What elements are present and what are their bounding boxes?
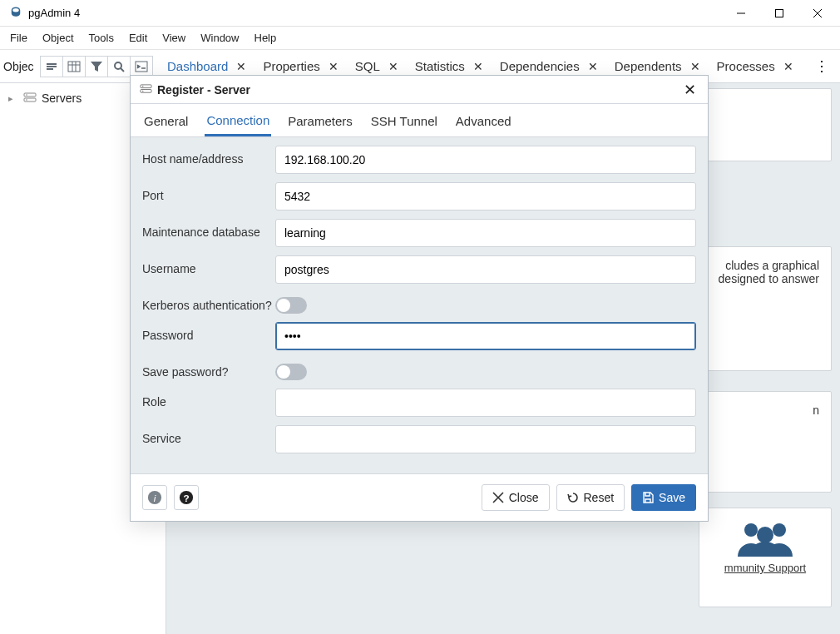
window-title: pgAdmin 4: [28, 7, 722, 19]
host-input[interactable]: [275, 146, 696, 174]
minimize-button[interactable]: [722, 0, 760, 27]
dialog-header: Register - Server ✕: [131, 76, 708, 104]
svg-point-6: [26, 94, 27, 96]
tab-close-icon[interactable]: ✕: [385, 60, 402, 73]
dtab-general[interactable]: General: [142, 106, 190, 135]
svg-rect-11: [140, 85, 151, 88]
dialog-title: Register - Server: [157, 83, 680, 97]
search-button[interactable]: [107, 56, 131, 77]
username-label: Username: [142, 255, 275, 275]
maximize-button[interactable]: [760, 0, 798, 27]
menu-tools[interactable]: Tools: [82, 28, 121, 47]
svg-text:i: i: [154, 493, 156, 503]
tab-label: Dashboard: [167, 59, 228, 73]
close-button-label: Close: [509, 491, 539, 504]
tab-close-icon[interactable]: ✕: [470, 60, 487, 73]
password-label: Password: [142, 322, 275, 342]
tab-label: Dependencies: [500, 59, 580, 73]
kerberos-toggle[interactable]: [275, 297, 307, 314]
window-titlebar: pgAdmin 4: [0, 0, 840, 27]
object-toolbar: [40, 56, 152, 77]
dialog-close-button[interactable]: ✕: [680, 77, 699, 102]
tab-close-icon[interactable]: ✕: [325, 60, 342, 73]
kerberos-label: Kerberos authentication?: [142, 292, 275, 312]
tab-label: SQL: [355, 59, 380, 73]
reset-button-label: Reset: [584, 491, 615, 504]
dtab-sshtunnel[interactable]: SSH Tunnel: [369, 106, 439, 135]
close-window-button[interactable]: [798, 0, 837, 27]
username-input[interactable]: [275, 255, 696, 284]
dtab-connection[interactable]: Connection: [205, 106, 271, 136]
svg-point-8: [744, 523, 758, 537]
psql-button[interactable]: [130, 56, 153, 77]
menu-file[interactable]: File: [3, 28, 34, 47]
menu-bar: File Object Tools Edit View Window Help: [0, 27, 840, 50]
tab-label: Properties: [263, 59, 319, 73]
db-input[interactable]: [275, 219, 696, 247]
menu-edit[interactable]: Edit: [122, 28, 154, 47]
service-label: Service: [142, 425, 275, 445]
reset-icon: [567, 492, 579, 503]
menu-view[interactable]: View: [156, 28, 192, 47]
svg-point-2: [115, 62, 121, 69]
svg-point-13: [142, 86, 144, 87]
svg-rect-5: [24, 98, 36, 102]
support-link[interactable]: mmunity Support: [711, 562, 819, 574]
password-input[interactable]: [275, 322, 696, 350]
svg-rect-4: [24, 93, 36, 97]
tab-label: Dependents: [615, 59, 682, 73]
chevron-right-icon: ▸: [8, 93, 18, 104]
reset-button[interactable]: Reset: [556, 484, 625, 511]
svg-point-7: [26, 99, 27, 101]
svg-rect-1: [68, 62, 80, 72]
info-icon-button[interactable]: i: [142, 485, 167, 510]
tab-label: Processes: [717, 59, 775, 73]
dtab-advanced[interactable]: Advanced: [454, 106, 513, 135]
query-tool-button[interactable]: [40, 56, 63, 77]
savepw-toggle[interactable]: [275, 364, 307, 380]
tab-overflow-button[interactable]: ⋯: [813, 59, 832, 74]
save-button[interactable]: Save: [631, 484, 696, 511]
save-button-label: Save: [659, 491, 685, 504]
dialog-footer: i ? Close Reset Save: [131, 473, 708, 521]
menu-window[interactable]: Window: [194, 28, 245, 47]
tab-label: Statistics: [415, 59, 465, 73]
role-input[interactable]: [275, 389, 696, 417]
close-icon: [492, 492, 504, 503]
dtab-parameters[interactable]: Parameters: [286, 106, 354, 135]
server-icon: [139, 83, 152, 97]
view-data-button[interactable]: [62, 56, 86, 77]
tab-close-icon[interactable]: ✕: [585, 60, 601, 73]
dialog-body: Host name/address Port Maintenance datab…: [131, 137, 708, 473]
dialog-tabs: General Connection Parameters SSH Tunnel…: [131, 104, 708, 137]
tree-node-label: Servers: [42, 92, 82, 105]
menu-help[interactable]: Help: [248, 28, 284, 47]
svg-point-10: [757, 527, 773, 543]
savepw-label: Save password?: [142, 359, 275, 379]
filter-button[interactable]: [85, 56, 108, 77]
object-panel-label: Objec: [3, 60, 40, 73]
servers-icon: [23, 92, 37, 105]
app-icon: [8, 6, 23, 21]
help-icon-button[interactable]: ?: [174, 485, 199, 510]
role-label: Role: [142, 389, 275, 409]
svg-rect-0: [776, 9, 783, 17]
port-label: Port: [142, 182, 275, 202]
svg-text:?: ?: [183, 493, 189, 503]
save-icon: [642, 492, 654, 503]
host-label: Host name/address: [142, 146, 275, 166]
tab-close-icon[interactable]: ✕: [687, 60, 704, 73]
tab-processes[interactable]: Processes✕: [715, 54, 798, 78]
support-card[interactable]: mmunity Support: [699, 508, 832, 607]
info-text: cludes a graphical designed to answer: [719, 259, 819, 285]
tab-close-icon[interactable]: ✕: [780, 60, 797, 73]
register-server-dialog: Register - Server ✕ General Connection P…: [130, 75, 709, 522]
close-button[interactable]: Close: [482, 484, 550, 511]
community-icon: [711, 520, 819, 557]
port-input[interactable]: [275, 182, 696, 211]
tab-close-icon[interactable]: ✕: [233, 60, 250, 73]
menu-object[interactable]: Object: [36, 28, 81, 47]
svg-point-9: [773, 523, 786, 537]
db-label: Maintenance database: [142, 219, 275, 239]
service-input[interactable]: [275, 425, 696, 453]
